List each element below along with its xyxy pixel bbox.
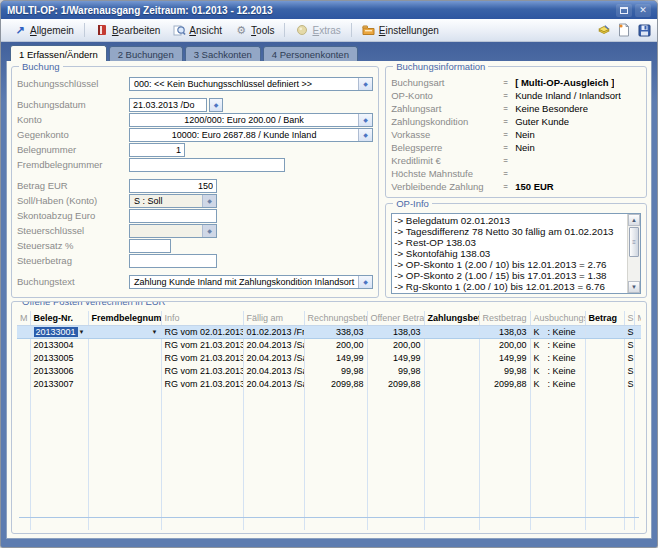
cell-zahlung[interactable] <box>424 338 479 351</box>
cell-offen: 149,99 <box>367 351 424 364</box>
right-column: Buchungsinformation Buchungsart=[ Multi-… <box>385 66 647 298</box>
cell-ausbuchung: K: Keine <box>530 364 585 377</box>
info-value: [ Multi-OP-Ausgleich ] <box>515 77 614 88</box>
dropdown-arrow-icon[interactable]: ▼ <box>79 329 85 335</box>
combo-button[interactable]: ◆ <box>358 114 372 126</box>
menu-bearbeiten[interactable]: Bearbeiten <box>89 22 166 39</box>
post-booking-icon[interactable] <box>597 24 611 37</box>
col-header-beleg-nr[interactable]: Beleg-Nr. <box>30 311 88 325</box>
buchungsdatum-input[interactable] <box>129 98 207 112</box>
cell-fremd <box>88 338 161 351</box>
tab-buchungen[interactable]: 2 Buchungen <box>109 46 183 61</box>
equals-sign: = <box>503 130 515 139</box>
dropdown-arrow-icon[interactable]: ▼ <box>152 329 158 335</box>
steuerbetrag-input[interactable] <box>129 254 217 268</box>
combo-button[interactable]: ◆ <box>202 195 216 207</box>
scrollbar-thumb[interactable]: ≡ <box>629 227 639 257</box>
scroll-up-button[interactable]: ▲ <box>628 214 640 226</box>
table-row[interactable]: 20133005 RG vom 21.03.2013 20.04.2013 /S… <box>17 351 641 364</box>
cell-faellig: 01.02.2013 /Fr <box>243 325 304 338</box>
op-info-scrollbar[interactable]: ▲ ≡ ▼ <box>627 214 640 293</box>
col-header-fremdbelegnummer[interactable]: Fremdbelegnummer <box>88 311 161 325</box>
col-header-ausbuchungsart[interactable]: Ausbuchungsart <box>530 311 585 325</box>
col-header-m[interactable]: M <box>17 311 30 325</box>
info-label: Kreditlimit € <box>391 155 503 166</box>
field-label: Buchungsdatum <box>17 99 129 110</box>
date-combo-button[interactable]: ◆ <box>209 98 223 112</box>
cell-offen: 138,03 <box>367 325 424 338</box>
tab-erfassen-aendern[interactable]: 1 Erfassen/Ändern <box>10 45 107 61</box>
cell-m2 <box>634 338 641 351</box>
skontoabzug-input[interactable] <box>129 209 217 223</box>
scrollbar-track[interactable] <box>628 258 640 281</box>
buchungstext-combo[interactable]: Zahlung Kunde Inland mit Zahlungskonditi… <box>129 275 373 289</box>
col-header-betrag[interactable]: Betrag <box>585 311 624 325</box>
sollhaben-combo[interactable]: S : Soll ◆ <box>129 194 217 208</box>
table-row[interactable]: 20133006 RG vom 21.03.2013 20.04.2013 /S… <box>17 364 641 377</box>
combo-button[interactable]: ◆ <box>202 225 216 237</box>
belegnummer-input[interactable] <box>129 143 185 157</box>
buchungsschluessel-combo[interactable]: 000: << Kein Buchungsschlüssel definiert… <box>129 77 373 91</box>
empty-cell <box>161 390 243 530</box>
combo-button[interactable]: ◆ <box>358 129 372 141</box>
cell-beleg: 20133007 <box>30 377 88 390</box>
close-button[interactable]: ✕ <box>635 4 651 17</box>
form-row: Buchungsdatum ◆ <box>17 97 373 112</box>
info-row: OP-Konto=Kunde Inland / Inlandsort <box>391 89 641 102</box>
betrag-input[interactable] <box>129 179 217 193</box>
cell-zahlung[interactable] <box>424 325 479 338</box>
col-header-zahlungsbetrag[interactable]: Zahlungsbetrag <box>424 311 479 325</box>
col-header-m2[interactable]: M <box>634 311 641 325</box>
steuersatz-input[interactable] <box>129 239 171 253</box>
cell-s: S <box>624 364 634 377</box>
table-row-selected[interactable]: 20133001▼ ▼ RG vom 02.01.2013 01.02.2013… <box>17 325 641 338</box>
col-header-restbetrag[interactable]: Restbetrag <box>479 311 530 325</box>
col-header-faellig-am[interactable]: Fällig am <box>243 311 304 325</box>
bulb-dim-icon <box>295 24 309 37</box>
table-row[interactable]: 20133007 RG vom 21.03.2013 20.04.2013 /S… <box>17 377 641 390</box>
gegenkonto-combo[interactable]: 10000: Euro 2687.88 / Kunde Inland ◆ <box>129 128 373 142</box>
restore-button[interactable] <box>616 4 632 17</box>
steuerschluessel-combo[interactable]: ◆ <box>129 224 217 238</box>
cell-zahlung[interactable] <box>424 364 479 377</box>
col-header-rechnungsbetrag[interactable]: Rechnungsbetrag <box>304 311 367 325</box>
tab-sachkonten[interactable]: 3 Sachkonten <box>185 46 261 61</box>
cell-zahlung[interactable] <box>424 351 479 364</box>
save-icon[interactable] <box>637 24 651 37</box>
form-row: Steuerbetrag <box>17 253 373 268</box>
scroll-down-button[interactable]: ▼ <box>628 281 640 293</box>
table-row[interactable]: 20133004 RG vom 21.03.2013 20.04.2013 /S… <box>17 338 641 351</box>
menu-allgemein[interactable]: ↗ Allgemein <box>7 22 80 39</box>
col-header-info[interactable]: Info <box>161 311 243 325</box>
cell-m2 <box>634 325 641 338</box>
sum-separator-line <box>19 517 639 518</box>
ausbuchung-code: K <box>534 327 548 337</box>
col-header-offener-betrag[interactable]: Offener Betrag <box>367 311 424 325</box>
cell-s: S <box>624 377 634 390</box>
top-row: Buchung Buchungsschlüssel 000: << Kein B… <box>11 66 647 298</box>
empty-cell <box>367 390 424 530</box>
menu-tools[interactable]: ⚙ Tools <box>228 22 280 39</box>
form-row: Buchungsschlüssel 000: << Kein Buchungss… <box>17 76 373 91</box>
new-document-icon[interactable] <box>617 24 631 37</box>
form-row: Steuersatz % <box>17 238 373 253</box>
combo-value: 10000: Euro 2687.88 / Kunde Inland <box>130 129 358 141</box>
col-header-s[interactable]: S <box>624 311 634 325</box>
cell-beleg: 20133005 <box>30 351 88 364</box>
empty-cell <box>634 390 641 530</box>
konto-combo[interactable]: 1200/000: Euro 200.00 / Bank ◆ <box>129 113 373 127</box>
fremdbelegnummer-input[interactable] <box>129 158 285 172</box>
cell-fremd <box>88 364 161 377</box>
form-row: Fremdbelegnummer <box>17 157 373 172</box>
cell-rest: 200,00 <box>479 338 530 351</box>
magnifier-icon <box>172 24 186 37</box>
equals-sign: = <box>503 117 515 126</box>
ausbuchung-code: K <box>534 366 548 376</box>
combo-button[interactable]: ◆ <box>358 78 372 90</box>
menu-ansicht[interactable]: Ansicht <box>166 22 228 39</box>
cell-zahlung[interactable] <box>424 377 479 390</box>
window-title: MULTI-OP: 1/Warenausgang Zeitraum: 01.20… <box>7 5 613 16</box>
menu-einstellungen[interactable]: Einstellungen <box>356 22 445 39</box>
combo-button[interactable]: ◆ <box>358 276 372 288</box>
tab-personenkonten[interactable]: 4 Personenkonten <box>263 46 358 61</box>
